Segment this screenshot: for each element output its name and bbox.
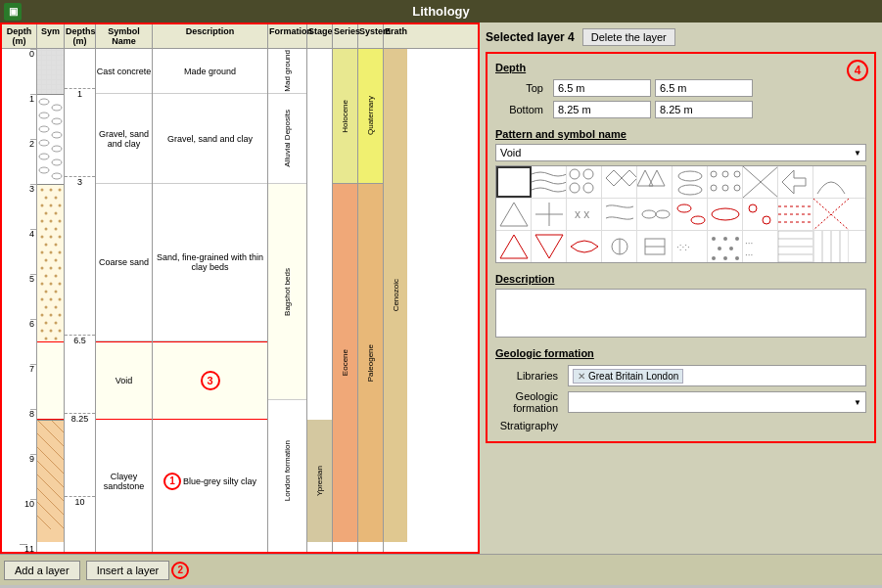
- pattern-cell-r3c2[interactable]: [532, 231, 567, 262]
- description-textarea[interactable]: [495, 289, 866, 338]
- svg-text:x x: x x: [575, 207, 589, 221]
- bottom-value-1[interactable]: [553, 101, 651, 118]
- svg-point-44: [41, 283, 44, 286]
- svg-point-103: [712, 208, 739, 220]
- pattern-cell-r3c5[interactable]: [637, 231, 673, 262]
- pattern-cell-r3c4[interactable]: [602, 231, 637, 262]
- svg-point-35: [50, 251, 53, 254]
- svg-point-63: [55, 338, 58, 340]
- svg-rect-64: [37, 420, 64, 542]
- pattern-cell-r2c1[interactable]: [496, 199, 532, 230]
- col-header-depth: Depth (m): [2, 24, 37, 48]
- svg-point-117: [735, 237, 739, 241]
- pattern-cell-wavy[interactable]: [532, 166, 567, 198]
- add-layer-button[interactable]: Add a layer: [4, 561, 80, 580]
- pattern-cell-small-circles[interactable]: [708, 166, 743, 198]
- pattern-cell-curved[interactable]: [813, 166, 849, 198]
- pattern-cell-ellipses[interactable]: [673, 166, 708, 198]
- col-header-form: Formation: [268, 24, 307, 48]
- svg-marker-82: [622, 170, 637, 186]
- svg-point-92: [734, 185, 740, 191]
- pattern-cell-circles[interactable]: [567, 166, 602, 198]
- svg-point-121: [723, 256, 727, 260]
- pattern-cell-r3c7[interactable]: [708, 231, 743, 262]
- pattern-cell-r2c10[interactable]: [813, 199, 849, 230]
- pattern-cell-diamonds[interactable]: [602, 166, 637, 198]
- pattern-section-title: Pattern and symbol name: [495, 128, 866, 140]
- library-tag[interactable]: ✕ Great Britain London: [573, 369, 683, 384]
- svg-point-41: [59, 267, 62, 270]
- pattern-cell-triangles[interactable]: [637, 166, 673, 198]
- selected-layer-header: Selected layer 4 Delete the layer: [486, 28, 876, 46]
- svg-point-59: [41, 330, 44, 333]
- pattern-cell-r3c9[interactable]: [778, 231, 813, 262]
- svg-point-37: [45, 259, 48, 262]
- bottom-value-2[interactable]: [655, 101, 753, 118]
- pattern-cell-r2c3[interactable]: x x: [567, 199, 602, 230]
- pattern-cell-r3c10[interactable]: [813, 231, 849, 262]
- pattern-cell-r2c5[interactable]: [637, 199, 673, 230]
- pattern-cell-r3c8[interactable]: ······: [743, 231, 778, 262]
- svg-point-57: [45, 322, 48, 325]
- pattern-cell-r2c2[interactable]: [532, 199, 567, 230]
- svg-point-120: [712, 256, 716, 260]
- svg-point-17: [45, 197, 48, 200]
- svg-point-52: [45, 306, 48, 309]
- pattern-cell-r2c8[interactable]: [743, 199, 778, 230]
- pattern-cell-r2c7[interactable]: [708, 199, 743, 230]
- delete-layer-button[interactable]: Delete the layer: [582, 28, 675, 46]
- title-bar: ▣ Lithology: [0, 0, 882, 23]
- top-value-2[interactable]: [655, 79, 753, 97]
- pattern-cell-r3c1[interactable]: [496, 231, 532, 262]
- pattern-cell-arrow[interactable]: [778, 166, 813, 198]
- pattern-cell-r2c4[interactable]: [602, 199, 637, 230]
- svg-point-90: [711, 185, 717, 191]
- svg-point-54: [41, 314, 44, 317]
- circle-badge-3: 3: [201, 371, 220, 390]
- insert-layer-button[interactable]: Insert a layer: [86, 561, 170, 580]
- pattern-dropdown[interactable]: Void ▼: [495, 144, 866, 161]
- libraries-label: Libraries: [495, 370, 564, 382]
- library-x-icon[interactable]: ✕: [578, 371, 585, 382]
- svg-point-43: [55, 275, 58, 278]
- svg-point-47: [45, 291, 48, 294]
- svg-point-119: [729, 247, 733, 250]
- svg-point-16: [59, 189, 62, 192]
- col-header-sym: Sym: [37, 24, 65, 48]
- pattern-cell-r2c6[interactable]: [673, 199, 708, 230]
- window-title: Lithology: [412, 4, 470, 19]
- svg-point-27: [45, 228, 48, 231]
- svg-point-118: [718, 247, 721, 250]
- pattern-cell-r3c3[interactable]: [567, 231, 602, 262]
- geologic-section-title: Geologic formation: [495, 347, 866, 359]
- stage-column: Ypresian: [307, 49, 333, 552]
- col-header-erath: Erath: [384, 24, 407, 48]
- svg-point-116: [723, 237, 727, 241]
- right-panel: Selected layer 4 Delete the layer 4 Dept…: [480, 23, 882, 554]
- col-header-syst: System: [358, 24, 384, 48]
- svg-text:···: ···: [745, 249, 753, 260]
- svg-text:·:·:·: ·:·:·: [676, 242, 690, 252]
- pattern-cell-r2c9[interactable]: [778, 199, 813, 230]
- geologic-formation-dropdown[interactable]: ▼: [568, 391, 866, 413]
- svg-point-25: [50, 220, 53, 223]
- pattern-grid: x x ·:·:·: [495, 165, 866, 263]
- svg-marker-81: [606, 170, 622, 186]
- svg-point-26: [59, 220, 62, 223]
- formation-column: Mad ground Alluvial Deposits Bagshot bed…: [268, 49, 307, 552]
- svg-rect-0: [37, 94, 64, 184]
- svg-point-32: [45, 244, 48, 247]
- svg-point-30: [50, 236, 53, 239]
- geologic-formation-label: Geologic formation: [495, 390, 564, 414]
- svg-point-53: [55, 306, 58, 309]
- svg-point-85: [678, 171, 702, 181]
- pattern-cell-hash[interactable]: [743, 166, 778, 198]
- top-value-1[interactable]: [553, 79, 651, 97]
- pattern-cell-r3c6[interactable]: ·:·:·: [673, 231, 708, 262]
- svg-point-18: [55, 197, 58, 200]
- svg-point-42: [45, 275, 48, 278]
- pattern-cell-empty[interactable]: [496, 166, 532, 198]
- svg-point-40: [50, 267, 53, 270]
- svg-point-36: [59, 251, 62, 254]
- symname-column: Cast concrete Gravel, sand and clay Coar…: [96, 49, 153, 552]
